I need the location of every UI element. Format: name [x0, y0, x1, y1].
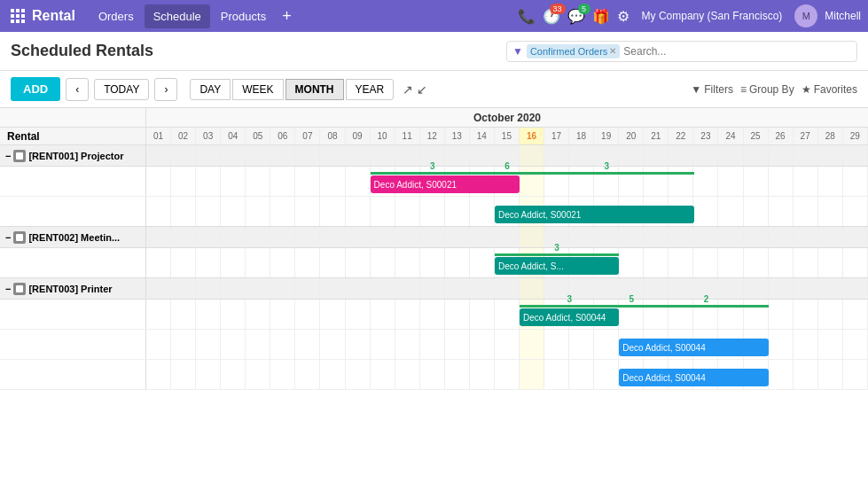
day-col-29: 29	[843, 128, 868, 144]
cell-rent003-group-cells-day-22	[669, 278, 693, 299]
svg-rect-10	[16, 234, 23, 241]
svg-rect-1	[16, 9, 20, 12]
cell-rent001-group-cells-day-07	[295, 145, 320, 166]
tab-week[interactable]: WEEK	[232, 79, 283, 100]
cell-rent002-group-cells-day-12	[420, 227, 445, 247]
event-bar[interactable]: Deco Addict, S00021	[371, 175, 520, 193]
favorites-button[interactable]: ★ Favorites	[802, 83, 857, 96]
cell-rent003-group-cells-day-07	[295, 278, 320, 299]
day-col-03: 03	[196, 128, 221, 144]
cell-rent002-group-cells-day-06	[270, 227, 295, 247]
cell-rent003-group-cells-day-09	[346, 278, 371, 299]
nav-add-button[interactable]: +	[277, 4, 297, 28]
cell-rent001-group-cells-day-16	[520, 145, 544, 166]
gift-icon[interactable]: 🎁	[592, 8, 610, 25]
cell-rent003-group-cells-day-19	[594, 278, 619, 299]
chat-icon[interactable]: 💬 5	[567, 8, 585, 25]
cell-rent001-group-cells-day-10	[371, 145, 395, 166]
expand-in-button[interactable]: ↗	[403, 82, 413, 97]
day-col-26: 26	[769, 128, 794, 144]
cell-rent002-group-cells-day-20	[619, 227, 644, 247]
day-col-14: 14	[470, 128, 495, 144]
tab-day[interactable]: DAY	[190, 79, 231, 100]
filter-buttons: ▼ Filters ≡ Group By ★ Favorites	[691, 83, 857, 96]
collapse-icon-rent001[interactable]: −	[5, 151, 11, 161]
cell-rent001-group-cells-day-29	[843, 145, 868, 166]
nav-prev-button[interactable]: ‹	[66, 78, 89, 101]
cell-rent002-group-cells-day-22	[669, 227, 693, 247]
cell-rent003-group-cells-day-24	[718, 278, 743, 299]
row-rent003-bars1: 352Deco Addict, S00044	[0, 300, 868, 330]
search-input[interactable]	[620, 43, 851, 59]
svg-rect-0	[11, 9, 14, 12]
event-bar[interactable]: Deco Addict, S00044	[619, 369, 768, 386]
user-avatar[interactable]: M	[794, 4, 817, 27]
nav-next-button[interactable]: ›	[154, 78, 177, 101]
filters-button[interactable]: ▼ Filters	[691, 83, 733, 96]
event-bar[interactable]: Deco Addict, S00044	[520, 308, 619, 326]
cell-rent003-group-cells-day-03	[196, 278, 221, 299]
cell-rent002-group-cells-day-02	[171, 227, 196, 247]
day-col-18: 18	[569, 128, 594, 144]
nav-orders[interactable]: Orders	[90, 4, 143, 28]
row-rent002-group: − [RENT002] Meetin...	[0, 227, 868, 248]
svg-rect-11	[16, 285, 23, 292]
settings-icon[interactable]: ⚙	[617, 8, 629, 25]
gantt-days-header: Rental 010203040506070809101112131415161…	[0, 128, 868, 145]
filter-tag[interactable]: Confirmed Orders ✕	[527, 44, 620, 58]
svg-rect-6	[11, 19, 14, 23]
cell-rent001-group-cells-day-25	[744, 145, 769, 166]
cell-rent001-group-cells-day-20	[619, 145, 644, 166]
event-bar[interactable]: Deco Addict, S...	[495, 257, 619, 275]
nav-icons: 📞 🕐 33 💬 5 🎁 ⚙ My Company (San Francisco…	[518, 4, 861, 27]
cell-rent002-group-cells-day-01	[146, 227, 171, 247]
tab-year[interactable]: YEAR	[346, 79, 395, 100]
nav-schedule[interactable]: Schedule	[145, 4, 210, 28]
event-bar[interactable]: Deco Addict, S00044	[619, 339, 768, 356]
row-rent003-bars3: Deco Addict, S00044	[0, 360, 868, 390]
expand-buttons: ↗ ↙	[403, 82, 427, 97]
event-bar[interactable]: Deco Addict, S00021	[495, 206, 694, 223]
cell-rent002-group-cells-day-28	[818, 227, 843, 247]
day-col-02: 02	[171, 128, 196, 144]
day-col-23: 23	[693, 128, 718, 144]
clock-badge: 33	[550, 4, 566, 14]
svg-rect-8	[21, 19, 25, 23]
cell-rent003-group-cells-day-10	[371, 278, 395, 299]
collapse-icon-rent003[interactable]: −	[5, 284, 11, 294]
day-col-27: 27	[794, 128, 818, 144]
rent001-label: − [RENT001] Projector	[0, 145, 146, 166]
cell-rent001-group-cells-day-17	[544, 145, 569, 166]
tab-month[interactable]: MONTH	[285, 79, 344, 100]
group-by-label: Group By	[749, 83, 794, 96]
cell-rent003-group-cells-day-11	[395, 278, 420, 299]
connector-bar: 3	[371, 172, 495, 175]
company-button[interactable]: My Company (San Francisco)	[637, 10, 788, 22]
toolbar: ADD ‹ TODAY › DAY WEEK MONTH YEAR ↗ ↙ ▼ …	[0, 71, 868, 108]
grid-menu-icon[interactable]	[7, 5, 28, 27]
cell-rent002-group-cells-day-09	[346, 227, 371, 247]
today-button[interactable]: TODAY	[94, 79, 149, 100]
cell-rent002-group-cells-day-23	[693, 227, 718, 247]
cell-rent002-group-cells-day-16	[520, 227, 544, 247]
filter-tag-close-icon[interactable]: ✕	[609, 46, 616, 56]
cell-rent003-group-cells-day-08	[320, 278, 345, 299]
cell-rent001-group-cells-day-01	[146, 145, 171, 166]
filters-label: Filters	[704, 83, 733, 96]
svg-rect-5	[21, 14, 25, 18]
collapse-icon-rent002[interactable]: −	[5, 232, 11, 243]
cell-rent002-group-cells-day-10	[371, 227, 395, 247]
cell-rent002-group-cells-day-29	[843, 227, 868, 247]
cell-rent001-group-cells-day-21	[644, 145, 669, 166]
cell-rent002-group-cells-day-18	[569, 227, 594, 247]
cell-rent003-group-cells-day-13	[445, 278, 470, 299]
expand-out-button[interactable]: ↙	[417, 82, 427, 97]
svg-rect-9	[16, 152, 23, 160]
nav-products[interactable]: Products	[212, 4, 275, 28]
user-name[interactable]: Mitchell	[825, 10, 861, 22]
phone-icon[interactable]: 📞	[518, 8, 536, 25]
cell-rent002-group-cells-day-14	[470, 227, 495, 247]
group-by-button[interactable]: ≡ Group By	[740, 83, 794, 96]
add-button[interactable]: ADD	[11, 77, 60, 101]
clock-icon[interactable]: 🕐 33	[543, 8, 560, 25]
